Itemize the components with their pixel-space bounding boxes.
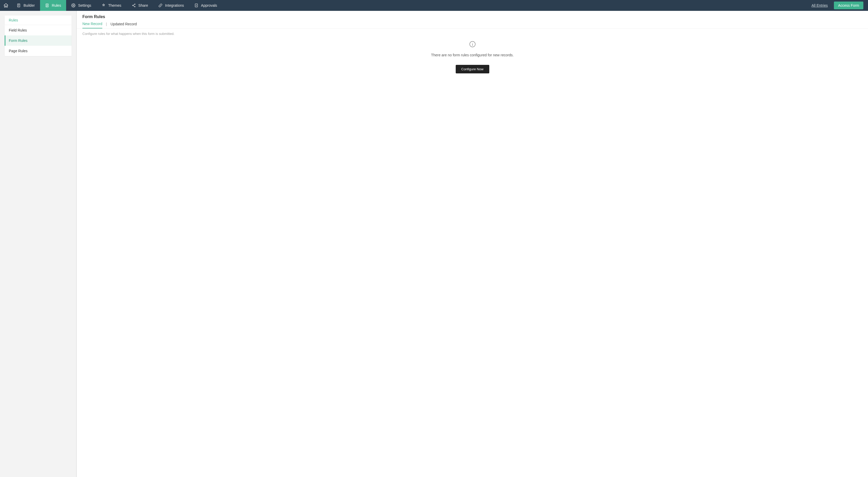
tab-share[interactable]: Share [127, 0, 153, 11]
sidebar-heading: Rules [5, 16, 71, 25]
tab-rules[interactable]: Rules [40, 0, 66, 11]
themes-icon [101, 3, 106, 7]
sub-tabs: New Record | Updated Record [77, 22, 868, 29]
sidebar: Rules Field Rules Form Rules Page Rules [0, 11, 76, 477]
page: Rules Field Rules Form Rules Page Rules … [0, 11, 868, 477]
tab-label: Builder [24, 3, 35, 7]
sidebar-item-label: Field Rules [9, 28, 27, 32]
svg-point-3 [134, 4, 135, 5]
topbar: Builder Rules Settings Themes Share [0, 0, 868, 11]
sidebar-item-label: Page Rules [9, 49, 27, 53]
main-content: Form Rules New Record | Updated Record C… [76, 11, 868, 477]
home-button[interactable] [0, 0, 11, 11]
svg-point-2 [73, 5, 74, 6]
tab-builder[interactable]: Builder [11, 0, 40, 11]
top-tabs: Builder Rules Settings Themes Share [11, 0, 222, 11]
sidebar-item-field-rules[interactable]: Field Rules [5, 25, 71, 35]
description-text: Configure rules for what happens when th… [83, 32, 862, 36]
sidebar-card: Rules Field Rules Form Rules Page Rules [5, 16, 71, 56]
sidebar-item-page-rules[interactable]: Page Rules [5, 46, 71, 56]
sidebar-item-label: Form Rules [9, 38, 27, 42]
empty-message: There are no form rules configured for n… [431, 53, 514, 57]
sub-tab-separator: | [106, 22, 107, 28]
tab-label: Themes [108, 3, 121, 7]
approvals-icon [194, 3, 198, 7]
gear-icon [71, 3, 75, 7]
tab-settings[interactable]: Settings [66, 0, 96, 11]
tab-label: Settings [78, 3, 91, 7]
access-form-button[interactable]: Access Form [834, 2, 863, 9]
builder-icon [17, 3, 21, 7]
all-entries-link[interactable]: All Entries [811, 3, 828, 7]
empty-state: There are no form rules configured for n… [83, 41, 862, 73]
tab-label: Integrations [165, 3, 184, 7]
configure-now-button[interactable]: Configure Now [456, 65, 489, 73]
page-title: Form Rules [83, 14, 862, 19]
tab-approvals[interactable]: Approvals [189, 0, 222, 11]
rules-icon [45, 3, 49, 7]
sub-tab-new-record[interactable]: New Record [83, 22, 102, 28]
sub-tab-updated-record[interactable]: Updated Record [111, 22, 137, 28]
tab-themes[interactable]: Themes [96, 0, 127, 11]
tab-label: Approvals [201, 3, 217, 7]
svg-point-8 [472, 43, 473, 43]
integrations-icon [158, 3, 162, 7]
tab-label: Rules [52, 3, 61, 7]
tab-integrations[interactable]: Integrations [153, 0, 189, 11]
info-icon [469, 41, 476, 48]
svg-point-5 [134, 6, 135, 7]
tab-label: Share [138, 3, 148, 7]
share-icon [132, 3, 136, 7]
svg-point-4 [132, 5, 133, 6]
home-icon [3, 3, 8, 8]
sidebar-item-form-rules[interactable]: Form Rules [5, 35, 71, 46]
